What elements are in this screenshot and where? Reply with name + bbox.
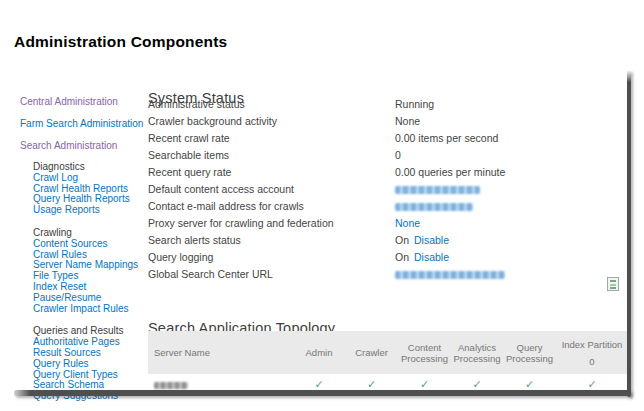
column-header-line: Processing [398, 353, 451, 364]
column-header-line: Admin [293, 347, 345, 358]
status-row-default-content-access-account: Default content access account [148, 181, 618, 198]
redacted-value[interactable] [395, 203, 473, 211]
status-value: Running [395, 98, 434, 110]
column-header-content-processing: ContentProcessing [398, 342, 451, 364]
status-value: None [395, 115, 420, 127]
status-label: Searchable items [148, 149, 229, 161]
status-row-recent-query-rate: Recent query rate0.00 queries per minute [148, 164, 618, 181]
topology-table-header: Server NameAdminCrawlerContentProcessing… [148, 331, 628, 374]
server-name-cell [148, 379, 293, 390]
column-header-line: Index Partition [556, 339, 628, 350]
sidebar-link-pause-resume[interactable]: Pause/Resume [33, 293, 170, 304]
status-label: Recent query rate [148, 166, 231, 178]
column-header-query-processing: QueryProcessing [503, 342, 556, 364]
check-icon: ✓ [398, 379, 451, 390]
column-header-line: Processing [451, 353, 503, 364]
topology-table: Server NameAdminCrawlerContentProcessing… [148, 331, 628, 395]
column-header-line: Processing [503, 353, 556, 364]
status-value: On [395, 234, 409, 246]
status-value: OnDisable [395, 251, 449, 263]
status-label: Default content access account [148, 183, 294, 195]
status-value: On [395, 251, 409, 263]
check-icon: ✓ [293, 379, 345, 390]
check-icon: ✓ [345, 379, 398, 390]
column-header-index-partition-0: Index Partition0 [556, 339, 628, 367]
status-label: Recent crawl rate [148, 132, 230, 144]
component-check-cell: ✓ [345, 379, 398, 390]
status-value: 0.00 queries per minute [395, 166, 505, 178]
component-check-cell: ✓ [451, 379, 503, 390]
status-row-proxy-server-for-crawling-and-federation: Proxy server for crawling and federation… [148, 215, 618, 232]
status-value: 0.00 items per second [395, 132, 498, 144]
redacted-value[interactable] [395, 186, 480, 194]
status-row-contact-e-mail-address-for-crawls: Contact e-mail address for crawls [148, 198, 618, 215]
redacted-value[interactable] [395, 271, 505, 279]
status-row-search-alerts-status: Search alerts statusOnDisable [148, 232, 618, 249]
screenshot-frame-bottom-edge [14, 390, 631, 396]
component-check-cell: ✓ [398, 379, 451, 390]
status-row-global-search-center-url: Global Search Center URL [148, 266, 618, 283]
redacted-server-name[interactable] [154, 382, 188, 389]
status-label: Query logging [148, 251, 213, 263]
disable-link[interactable]: Disable [414, 234, 449, 246]
column-header-server-name: Server Name [148, 347, 293, 358]
column-header-line: Crawler [345, 347, 398, 358]
check-icon: ✓ [556, 379, 628, 390]
status-row-searchable-items: Searchable items0 [148, 147, 618, 164]
status-row-administrative-status: Administrative statusRunning [148, 96, 618, 113]
status-row-query-logging: Query loggingOnDisable [148, 249, 618, 266]
screenshot-frame-right-edge [627, 70, 631, 397]
system-status-list: Administrative statusRunningCrawler back… [148, 96, 618, 283]
disable-link[interactable]: Disable [414, 251, 449, 263]
status-label: Administrative status [148, 98, 245, 110]
status-value: OnDisable [395, 234, 449, 246]
check-icon: ✓ [451, 379, 503, 390]
component-check-cell: ✓ [293, 379, 345, 390]
column-header-analytics-processing: AnalyticsProcessing [451, 342, 503, 364]
column-header-line: Content [398, 342, 451, 353]
status-row-recent-crawl-rate: Recent crawl rate0.00 items per second [148, 130, 618, 147]
page-title: Administration Components [14, 33, 227, 51]
component-check-cell: ✓ [556, 379, 628, 390]
status-value-link[interactable]: None [395, 217, 420, 229]
status-row-crawler-background-activity: Crawler background activityNone [148, 113, 618, 130]
sidebar-link-crawler-impact-rules[interactable]: Crawler Impact Rules [33, 304, 170, 315]
column-header-admin: Admin [293, 347, 345, 358]
column-header-line: Analytics [451, 342, 503, 353]
status-label: Search alerts status [148, 234, 241, 246]
status-value: 0 [395, 149, 401, 161]
status-label: Global Search Center URL [148, 268, 273, 280]
column-header-line: Server Name [154, 347, 293, 358]
component-check-cell: ✓ [503, 379, 556, 390]
status-label: Crawler background activity [148, 115, 277, 127]
check-icon: ✓ [503, 379, 556, 390]
column-header-crawler: Crawler [345, 347, 398, 358]
column-header-line: 0 [556, 356, 628, 367]
status-label: Proxy server for crawling and federation [148, 217, 334, 229]
page-icon[interactable] [607, 277, 619, 291]
status-label: Contact e-mail address for crawls [148, 200, 304, 212]
column-header-line: Query [503, 342, 556, 353]
